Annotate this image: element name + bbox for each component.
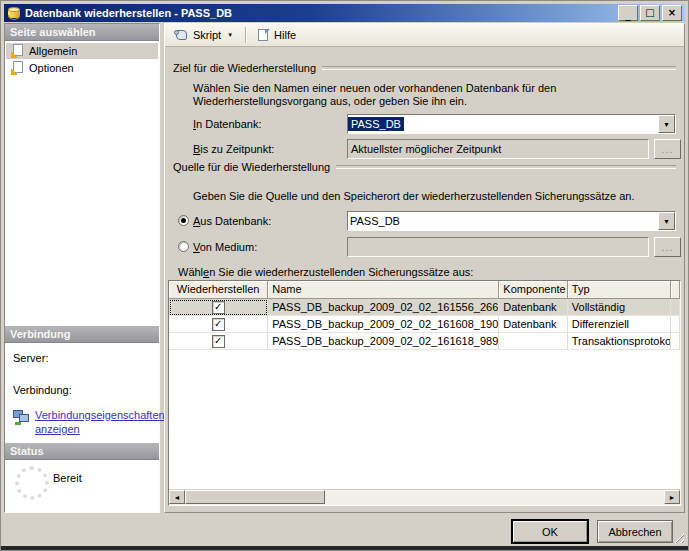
- from-device-browse-button[interactable]: ...: [654, 237, 681, 257]
- target-description: Wählen Sie den Namen einer neuen oder vo…: [193, 82, 675, 108]
- component-cell: Datenbank: [499, 299, 567, 316]
- backup-name-cell: PASS_DB_backup_2009_02_02_161556_2669219: [268, 299, 499, 316]
- status-section-header: Status: [5, 443, 159, 460]
- sidebar-item-allgemein[interactable]: Allgemein: [6, 43, 158, 59]
- backup-set-checkbox[interactable]: ✓: [212, 318, 225, 331]
- main-panel: Skript ▼ Hilfe Ziel für die Wiederherste…: [164, 23, 685, 513]
- minimize-button[interactable]: _: [618, 5, 638, 21]
- ok-button[interactable]: OK: [512, 520, 588, 543]
- scroll-left-button[interactable]: ◄: [169, 490, 185, 504]
- from-database-radio[interactable]: [178, 215, 189, 226]
- to-time-value: Aktuellster möglicher Zeitpunkt: [351, 143, 501, 155]
- connection-properties-icon: [13, 409, 31, 425]
- titlebar[interactable]: Datenbank wiederherstellen - PASS_DB _ □…: [4, 4, 685, 22]
- column-header-name[interactable]: Name: [268, 281, 499, 299]
- from-device-radio[interactable]: [178, 241, 189, 252]
- check-icon: ✓: [214, 302, 222, 312]
- target-group-title: Ziel für die Wiederherstellung: [173, 62, 676, 74]
- from-device-field[interactable]: [347, 237, 649, 257]
- view-connection-properties-link[interactable]: Verbindungseigenschaften anzeigen: [35, 408, 165, 436]
- toolbar: Skript ▼ Hilfe: [165, 24, 684, 47]
- help-button[interactable]: Hilfe: [254, 25, 300, 45]
- type-cell: Vollständig: [568, 299, 671, 316]
- sidebar: Seite auswählen Allgemein Optionen Verbi…: [4, 23, 160, 513]
- restore-database-dialog: Datenbank wiederherstellen - PASS_DB _ □…: [0, 0, 689, 551]
- from-database-value: PASS_DB: [348, 214, 658, 228]
- to-time-browse-button[interactable]: ...: [654, 139, 681, 159]
- group-rule: [322, 66, 676, 70]
- combo-dropdown-button[interactable]: ▼: [658, 212, 675, 230]
- maximize-icon: □: [645, 8, 654, 18]
- scrollbar-track[interactable]: [325, 490, 664, 505]
- sidebar-item-label: Optionen: [29, 62, 74, 74]
- table-header-row: Wiederherstellen Name Komponente Typ: [169, 281, 680, 299]
- cancel-button[interactable]: Abbrechen: [597, 520, 673, 543]
- arrow-right-icon: ►: [669, 494, 676, 501]
- page-icon: [11, 61, 24, 75]
- table-row[interactable]: ✓ PASS_DB_backup_2009_02_02_161556_26692…: [169, 299, 680, 316]
- chevron-down-icon: ▼: [227, 32, 233, 38]
- source-description: Geben Sie die Quelle und den Speicherort…: [193, 190, 675, 203]
- resize-grip[interactable]: [672, 531, 684, 543]
- pages-section-header: Seite auswählen: [5, 24, 159, 41]
- component-cell: Datenbank: [499, 316, 567, 333]
- from-database-label: Aus Datenbank:: [193, 215, 271, 227]
- table-row[interactable]: ✓ PASS_DB_backup_2009_02_02_161618_98916…: [169, 333, 680, 350]
- help-button-label: Hilfe: [274, 29, 296, 41]
- backup-sets-table: Wiederherstellen Name Komponente Typ ✓ P…: [168, 280, 681, 506]
- database-icon: [8, 7, 20, 20]
- scrollbar-thumb[interactable]: [185, 490, 325, 504]
- script-button[interactable]: Skript ▼: [171, 25, 237, 45]
- connection-section-header: Verbindung: [5, 326, 159, 343]
- column-header-spacer: [671, 281, 680, 299]
- sidebar-item-label: Allgemein: [29, 45, 77, 57]
- connection-label: Verbindung:: [13, 384, 72, 396]
- from-device-label: Von Medium:: [193, 241, 257, 253]
- check-icon: ✓: [214, 336, 222, 346]
- progress-spinner-icon: [15, 466, 49, 500]
- script-button-label: Skript: [193, 29, 221, 41]
- backup-sets-label: Wählen Sie die wiederherzustellenden Sic…: [178, 266, 473, 278]
- backup-name-cell: PASS_DB_backup_2009_02_02_161608_1906281: [268, 316, 499, 333]
- source-group-title: Quelle für die Wiederherstellung: [173, 161, 676, 173]
- backup-set-checkbox[interactable]: ✓: [212, 301, 225, 314]
- ellipsis-icon: ...: [661, 241, 673, 253]
- backup-set-checkbox[interactable]: ✓: [212, 335, 225, 348]
- type-cell: Differenziell: [568, 316, 671, 333]
- table-row[interactable]: ✓ PASS_DB_backup_2009_02_02_161608_19062…: [169, 316, 680, 333]
- source-group-title-text: Quelle für die Wiederherstellung: [173, 161, 336, 173]
- script-icon: [175, 29, 189, 41]
- close-button[interactable]: ×: [662, 5, 682, 21]
- to-time-field[interactable]: Aktuellster möglicher Zeitpunkt: [347, 139, 649, 159]
- horizontal-scrollbar[interactable]: ◄ ►: [169, 489, 680, 505]
- column-header-wiederherstellen[interactable]: Wiederherstellen: [169, 281, 268, 299]
- to-database-value: PASS_DB: [348, 117, 404, 131]
- component-cell: [499, 333, 567, 350]
- chevron-down-icon: ▼: [663, 121, 670, 128]
- combo-dropdown-button[interactable]: ▼: [658, 115, 675, 133]
- cancel-button-label: Abbrechen: [608, 526, 661, 538]
- page-icon: [11, 44, 24, 58]
- column-header-typ[interactable]: Typ: [568, 281, 671, 299]
- minimize-icon: _: [626, 10, 631, 20]
- toolbar-separator: [245, 27, 246, 43]
- target-group-title-text: Ziel für die Wiederherstellung: [173, 62, 322, 74]
- column-header-komponente[interactable]: Komponente: [499, 281, 567, 299]
- backup-name-cell: PASS_DB_backup_2009_02_02_161618_9891615: [268, 333, 499, 350]
- server-label: Server:: [13, 352, 48, 364]
- check-icon: ✓: [214, 319, 222, 329]
- to-time-label: Bis zu Zeitpunkt:: [193, 143, 274, 155]
- scroll-right-button[interactable]: ►: [664, 490, 680, 504]
- to-database-label: In Datenbank:: [193, 118, 262, 130]
- arrow-left-icon: ◄: [174, 494, 181, 501]
- help-icon: [258, 29, 270, 42]
- to-database-combobox[interactable]: PASS_DB ▼: [347, 114, 676, 134]
- window-bottom-border: [1, 546, 688, 550]
- maximize-button[interactable]: □: [640, 5, 660, 21]
- close-icon: ×: [668, 8, 676, 18]
- sidebar-item-optionen[interactable]: Optionen: [6, 60, 158, 76]
- group-rule: [336, 165, 676, 169]
- ellipsis-icon: ...: [661, 143, 673, 155]
- from-database-combobox[interactable]: PASS_DB ▼: [347, 211, 676, 231]
- type-cell: Transaktionsprotokoll: [568, 333, 671, 350]
